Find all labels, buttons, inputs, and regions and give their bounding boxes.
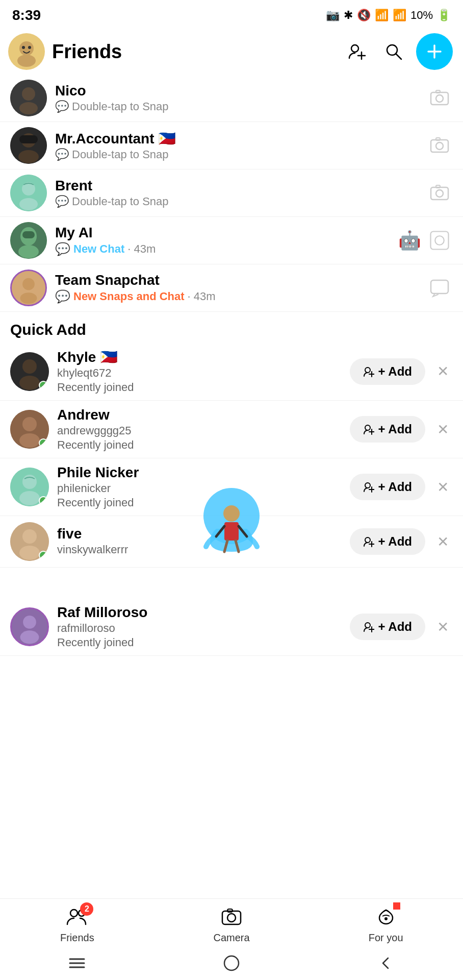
svg-rect-35 <box>431 232 449 250</box>
svg-point-75 <box>365 623 370 628</box>
dismiss-btn-phile[interactable]: ✕ <box>432 477 453 497</box>
svg-point-69 <box>365 537 370 543</box>
svg-point-43 <box>19 376 40 390</box>
svg-point-42 <box>22 359 37 374</box>
quick-add-item-andrew[interactable]: Andrew andrewgggg25 Recently joined + Ad… <box>0 401 463 458</box>
quick-add-item-five[interactable]: five vinskywalkerrr + Add ✕ <box>0 516 463 568</box>
snap-icon-teamsnapchat[interactable] <box>426 275 453 301</box>
search-btn[interactable] <box>379 37 408 66</box>
hamburger-icon <box>68 954 86 972</box>
battery-text: 10% <box>410 9 433 22</box>
header: Friends <box>0 29 463 75</box>
svg-point-50 <box>365 425 370 430</box>
friend-info-teamsnapchat: Team Snapchat 💬 New Snaps and Chat · 43m <box>55 272 426 304</box>
dismiss-btn-khyle[interactable]: ✕ <box>432 361 453 382</box>
bitmoji-overlay-five <box>196 485 267 572</box>
svg-point-27 <box>19 198 38 210</box>
snap-add-button[interactable] <box>416 33 453 70</box>
search-icon <box>384 42 403 61</box>
robot-icon: 🤖 <box>398 230 421 251</box>
foryou-tab-icon <box>374 904 398 929</box>
svg-point-2 <box>17 55 36 67</box>
snapchat-ghost-icon <box>196 485 267 572</box>
add-icon-raf <box>363 621 374 632</box>
friend-info-nico: Nico 💬 Double-tap to Snap <box>55 83 426 113</box>
svg-rect-17 <box>436 90 440 93</box>
friend-item-teamsnapchat[interactable]: Team Snapchat 💬 New Snaps and Chat · 43m <box>0 264 463 312</box>
svg-point-33 <box>18 245 39 258</box>
tab-friends[interactable]: 2 Friends <box>0 904 155 944</box>
friends-tab-icon: 2 <box>65 904 89 929</box>
home-circle-icon <box>222 954 241 972</box>
friend-info-myai: My AI 💬 New Chat · 43m <box>55 225 398 256</box>
friend-avatar-accountant <box>10 127 47 164</box>
avatar-svg-raf <box>12 609 47 645</box>
friend-name-accountant: Mr.Accountant 🇵🇭 <box>55 130 426 147</box>
svg-rect-34 <box>22 231 35 238</box>
dismiss-btn-andrew[interactable]: ✕ <box>432 419 453 439</box>
avatar-svg-brent <box>10 175 47 211</box>
quick-add-avatar-andrew <box>10 410 49 449</box>
status-icons: 📷 ✱ 🔇 📶 📶 10% 🔋 <box>326 9 451 22</box>
user-avatar[interactable] <box>8 33 45 70</box>
svg-rect-40 <box>431 280 448 293</box>
snap-icon-brent[interactable] <box>426 180 453 206</box>
quick-add-header: Quick Add <box>0 312 463 342</box>
svg-point-63 <box>223 505 240 522</box>
svg-point-74 <box>20 630 39 644</box>
friend-item-brent[interactable]: Brent 💬 Double-tap to Snap <box>0 169 463 217</box>
android-home-btn[interactable] <box>222 954 241 976</box>
svg-point-3 <box>22 46 25 49</box>
add-icon-five <box>363 536 374 547</box>
avatar-svg-nico <box>10 80 47 116</box>
tab-camera[interactable]: Camera <box>155 904 309 944</box>
svg-point-48 <box>22 417 37 431</box>
friend-info-accountant: Mr.Accountant 🇵🇭 💬 Double-tap to Snap <box>55 130 426 161</box>
android-menu-btn[interactable] <box>68 954 86 976</box>
page-title: Friends <box>52 41 343 63</box>
add-icon-andrew <box>363 424 374 435</box>
snap-icon-nico[interactable] <box>426 85 453 111</box>
svg-line-9 <box>396 54 401 59</box>
signal-icon: 📶 <box>393 9 406 22</box>
add-button-andrew[interactable]: + Add <box>350 416 425 443</box>
add-friend-icon-btn[interactable] <box>343 37 371 66</box>
svg-rect-24 <box>436 138 440 140</box>
quick-add-name-andrew: Andrew <box>57 407 350 423</box>
android-back-btn[interactable] <box>377 954 395 976</box>
snap-icon-accountant[interactable] <box>426 132 453 159</box>
friend-item-accountant[interactable]: Mr.Accountant 🇵🇭 💬 Double-tap to Snap <box>0 122 463 169</box>
chat-icon-teamsnapchat <box>429 277 450 299</box>
avatar-svg-myai <box>10 222 47 259</box>
svg-point-14 <box>19 102 38 114</box>
quick-add-name-khyle: Khyle 🇵🇭 <box>57 349 350 365</box>
quick-add-item-khyle[interactable]: Khyle 🇵🇭 khyleqt672 Recently joined + Ad… <box>0 342 463 401</box>
wifi-icon: 📶 <box>375 9 389 22</box>
add-button-khyle[interactable]: + Add <box>350 358 425 385</box>
quick-add-name-phile: Phile Nicker <box>57 464 350 481</box>
friend-status-brent: 💬 Double-tap to Snap <box>55 195 426 208</box>
add-button-raf[interactable]: + Add <box>350 614 425 640</box>
dismiss-btn-raf[interactable]: ✕ <box>432 617 453 637</box>
friend-item-myai[interactable]: My AI 💬 New Chat · 43m 🤖 <box>0 217 463 264</box>
friend-item-nico[interactable]: Nico 💬 Double-tap to Snap <box>0 75 463 122</box>
svg-point-83 <box>384 917 388 920</box>
quick-add-info-khyle: Khyle 🇵🇭 khyleqt672 Recently joined <box>57 349 350 394</box>
friend-avatar-teamsnapchat <box>10 270 47 306</box>
add-friend-icon <box>347 42 367 61</box>
quick-add-username-khyle: khyleqt672 <box>57 366 350 380</box>
svg-point-49 <box>19 433 40 448</box>
snap-icon-myai[interactable] <box>426 227 453 254</box>
add-button-phile[interactable]: + Add <box>350 474 425 500</box>
quick-add-item-raf[interactable]: Raf Milloroso rafmilloroso Recently join… <box>0 598 463 656</box>
camera-icon-nico <box>429 87 450 109</box>
snap-scan-icon-myai <box>429 230 450 251</box>
svg-rect-21 <box>19 135 38 143</box>
dismiss-btn-five[interactable]: ✕ <box>432 531 453 552</box>
svg-point-60 <box>22 529 37 544</box>
friends-tab-badge: 2 <box>80 902 93 916</box>
chat-bubble-icon-5: 💬 <box>55 289 70 304</box>
add-button-five[interactable]: + Add <box>350 528 425 555</box>
tab-foryou[interactable]: For you <box>308 904 463 944</box>
avatar-svg-teamsnapchat <box>12 271 45 305</box>
